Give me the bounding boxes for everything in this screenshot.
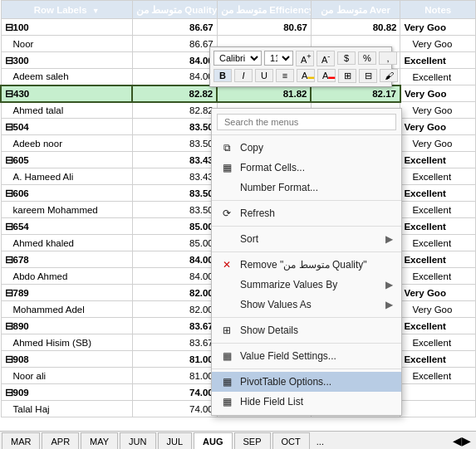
- cell-quality[interactable]: 83.50: [132, 135, 217, 152]
- cell-row-label[interactable]: Noor ali: [1, 368, 132, 384]
- sheet-tab-oct[interactable]: OCT: [272, 432, 310, 449]
- underline-button[interactable]: U: [255, 69, 273, 82]
- cell-row-label[interactable]: ⊟789: [1, 285, 132, 301]
- cell-quality[interactable]: 83.67: [132, 334, 217, 351]
- header-quality[interactable]: متوسط من Quality: [132, 1, 217, 19]
- header-row-labels[interactable]: Row Labels ▼: [1, 1, 132, 19]
- cell-quality[interactable]: 85.00: [132, 235, 217, 251]
- cell-quality[interactable]: 81.00: [132, 368, 217, 384]
- sheet-tab-aug[interactable]: AUG: [194, 432, 232, 449]
- menu-item-show-values-as[interactable]: Show Values As▶: [212, 295, 401, 315]
- table-row[interactable]: ⊟43082.8281.8282.17Very Goo: [1, 85, 476, 102]
- font-family-select[interactable]: Calibri: [213, 51, 262, 66]
- menu-item-number-format---[interactable]: Number Format...: [212, 178, 401, 198]
- cell-row-label[interactable]: ⊟100: [1, 19, 132, 36]
- header-aver[interactable]: متوسط من Aver: [311, 1, 400, 19]
- cell-quality[interactable]: 84.00: [132, 268, 217, 285]
- sheet-tab-mar[interactable]: MAR: [2, 432, 40, 449]
- cell-row-label[interactable]: Adeeb noor: [1, 135, 132, 152]
- menu-item-summarize-values-by[interactable]: Summarize Values By▶: [212, 275, 401, 295]
- cell-quality[interactable]: 84.00: [132, 52, 217, 69]
- cell-notes: Very Goo: [400, 36, 476, 52]
- menu-item-pivottable-options---[interactable]: ▦PivotTable Options...: [212, 372, 401, 392]
- font-size-select[interactable]: 11: [264, 51, 293, 66]
- cell-row-label[interactable]: Adeem saleh: [1, 69, 132, 85]
- menu-item-show-details[interactable]: ⊞Show Details: [212, 320, 401, 340]
- cell-quality[interactable]: 84.00: [132, 69, 217, 85]
- cell-row-label[interactable]: ⊟606: [1, 185, 132, 202]
- comma-button[interactable]: ,: [379, 51, 397, 65]
- cell-quality[interactable]: 83.50: [132, 202, 217, 218]
- cell-quality[interactable]: 85.00: [132, 218, 217, 235]
- scroll-right-button[interactable]: ◀▶: [448, 432, 476, 449]
- cell-row-label[interactable]: ⊟654: [1, 218, 132, 235]
- cell-quality[interactable]: 83.50: [132, 119, 217, 135]
- cell-quality[interactable]: 83.43: [132, 168, 217, 185]
- cell-row-label[interactable]: ⊟300: [1, 52, 132, 69]
- cell-quality[interactable]: 84.00: [132, 251, 217, 268]
- shrink-font-button[interactable]: A-: [317, 51, 335, 66]
- header-efficiency[interactable]: متوسط من Efficiency: [217, 1, 311, 19]
- cell-row-label[interactable]: ⊟504: [1, 119, 132, 135]
- cell-aver[interactable]: 82.17: [311, 85, 400, 102]
- cell-efficiency[interactable]: 80.67: [217, 19, 311, 36]
- merge-button[interactable]: ⊟: [359, 69, 377, 83]
- cell-row-label[interactable]: Noor: [1, 36, 132, 52]
- cell-row-label[interactable]: ⊟890: [1, 318, 132, 334]
- currency-button[interactable]: $: [337, 51, 356, 65]
- cell-quality[interactable]: 82.00: [132, 301, 217, 318]
- cell-quality[interactable]: 83.43: [132, 152, 217, 168]
- table-row[interactable]: ⊟10086.6780.6780.82Very Goo: [1, 19, 476, 36]
- cell-row-label[interactable]: Mohammed Adel: [1, 301, 132, 318]
- header-notes[interactable]: Notes: [400, 1, 476, 19]
- cell-row-label[interactable]: ⊟605: [1, 152, 132, 168]
- menu-item-sort[interactable]: Sort▶: [212, 229, 401, 249]
- cell-quality[interactable]: 82.82: [132, 102, 217, 119]
- border-button[interactable]: ⊞: [338, 69, 356, 83]
- cell-quality[interactable]: 82.82: [132, 85, 217, 102]
- cell-quality[interactable]: 74.00: [132, 401, 217, 417]
- sheet-tab-may[interactable]: MAY: [81, 432, 118, 449]
- paint-format-button[interactable]: 🖌: [380, 69, 398, 82]
- font-color-button[interactable]: A▬: [317, 69, 336, 82]
- cell-row-label[interactable]: ⊟909: [1, 384, 132, 401]
- cell-row-label[interactable]: ⊟908: [1, 351, 132, 368]
- menu-item-value-field-settings---[interactable]: ▦Value Field Settings...: [212, 346, 401, 366]
- tabs-more-button[interactable]: ...: [312, 434, 329, 449]
- sheet-tab-jul[interactable]: JUL: [158, 432, 193, 449]
- italic-button[interactable]: I: [234, 69, 253, 82]
- menu-item-hide-field-list[interactable]: ▦Hide Field List: [212, 392, 401, 412]
- cell-quality[interactable]: 82.00: [132, 285, 217, 301]
- menu-item-refresh[interactable]: ⟳Refresh: [212, 203, 401, 223]
- cell-row-label[interactable]: A. Hameed Ali: [1, 168, 132, 185]
- cell-row-label[interactable]: ⊟678: [1, 251, 132, 268]
- cell-quality[interactable]: 81.00: [132, 351, 217, 368]
- cell-quality[interactable]: 83.67: [132, 318, 217, 334]
- menu-item-remove-----------quality-[interactable]: ✕Remove "متوسط من Quality": [212, 255, 401, 275]
- sheet-tab-jun[interactable]: JUN: [120, 432, 155, 449]
- sheet-tab-apr[interactable]: APR: [42, 432, 79, 449]
- align-button[interactable]: ≡: [276, 69, 294, 82]
- menu-search-input[interactable]: [217, 114, 396, 130]
- cell-quality[interactable]: 83.50: [132, 185, 217, 202]
- grow-font-button[interactable]: A+: [296, 51, 314, 66]
- cell-quality[interactable]: 74.00: [132, 384, 217, 401]
- percent-button[interactable]: %: [358, 51, 376, 65]
- cell-row-label[interactable]: Ahmed talal: [1, 102, 132, 119]
- menu-item-copy[interactable]: ⧉Copy: [212, 138, 401, 158]
- cell-row-label[interactable]: Ahmed khaled: [1, 235, 132, 251]
- cell-aver[interactable]: 80.82: [311, 19, 400, 36]
- cell-row-label[interactable]: Ahmed Hisim (SB): [1, 334, 132, 351]
- cell-row-label[interactable]: kareem Mohammed: [1, 202, 132, 218]
- cell-row-label[interactable]: Abdo Ahmed: [1, 268, 132, 285]
- menu-item-format-cells---[interactable]: ▦Format Cells...: [212, 158, 401, 178]
- sheet-tab-sep[interactable]: SEP: [234, 432, 271, 449]
- cell-row-label[interactable]: ⊟430: [1, 85, 132, 102]
- dropdown-arrow-icon[interactable]: ▼: [92, 7, 100, 15]
- cell-quality[interactable]: 86.67: [132, 36, 217, 52]
- highlight-color-button[interactable]: A▬: [297, 69, 315, 82]
- bold-button[interactable]: B: [213, 69, 232, 82]
- cell-efficiency[interactable]: 81.82: [217, 85, 311, 102]
- cell-row-label[interactable]: Talal Haj: [1, 401, 132, 417]
- cell-quality[interactable]: 86.67: [132, 19, 217, 36]
